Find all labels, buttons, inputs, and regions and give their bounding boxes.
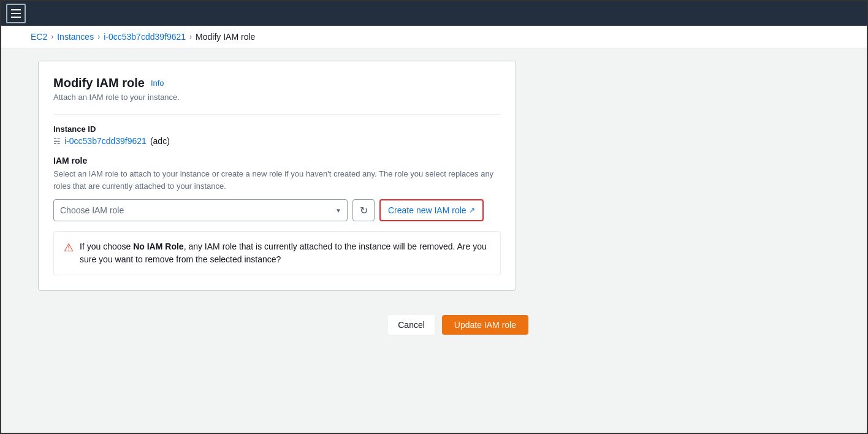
iam-role-select-wrapper: Choose IAM role ▼ [53,199,348,221]
instance-id-suffix: (adc) [150,136,170,146]
copy-icon[interactable]: ☵ [53,137,61,146]
page-title: Modify IAM role [53,76,145,90]
breadcrumb: EC2 › Instances › i-0cc53b7cdd39f9621 › … [1,26,867,48]
breadcrumb-sep-2: › [97,32,100,41]
warning-message: If you choose No IAM Role, any IAM role … [80,240,490,266]
create-new-role-button[interactable]: Create new IAM role ↗ [379,199,484,221]
card-subtitle: Attach an IAM role to your instance. [53,93,501,102]
modify-iam-card: Modify IAM role Info Attach an IAM role … [38,61,516,291]
refresh-button[interactable]: ↻ [352,199,375,221]
warning-icon: ⚠ [64,241,74,254]
create-role-label: Create new IAM role [388,205,466,215]
divider-1 [53,114,501,115]
instance-id-section: Instance ID ☵ i-0cc53b7cdd39f9621 (adc) [53,124,501,146]
breadcrumb-sep-3: › [189,32,192,41]
external-link-icon: ↗ [469,206,475,215]
menu-button[interactable] [6,4,26,23]
info-link[interactable]: Info [151,78,164,88]
breadcrumb-sep-1: › [51,32,53,41]
breadcrumb-ec2[interactable]: EC2 [31,32,47,42]
iam-role-section: IAM role Select an IAM role to attach to… [53,156,501,275]
cancel-button[interactable]: Cancel [388,315,435,335]
iam-role-desc: Select an IAM role to attach to your ins… [53,168,501,192]
update-iam-role-button[interactable]: Update IAM role [442,315,528,335]
top-bar [1,1,867,26]
instance-id-value[interactable]: i-0cc53b7cdd39f9621 [64,136,147,146]
warning-box: ⚠ If you choose No IAM Role, any IAM rol… [53,231,501,275]
iam-role-title: IAM role [53,156,501,166]
breadcrumb-current: Modify IAM role [196,32,255,42]
refresh-icon: ↻ [360,205,368,216]
breadcrumb-instances[interactable]: Instances [57,32,94,42]
instance-id-label: Instance ID [53,124,501,134]
footer-actions: Cancel Update IAM role [1,303,553,347]
iam-role-select[interactable]: Choose IAM role [53,199,348,221]
breadcrumb-instance-id[interactable]: i-0cc53b7cdd39f9621 [104,32,186,42]
